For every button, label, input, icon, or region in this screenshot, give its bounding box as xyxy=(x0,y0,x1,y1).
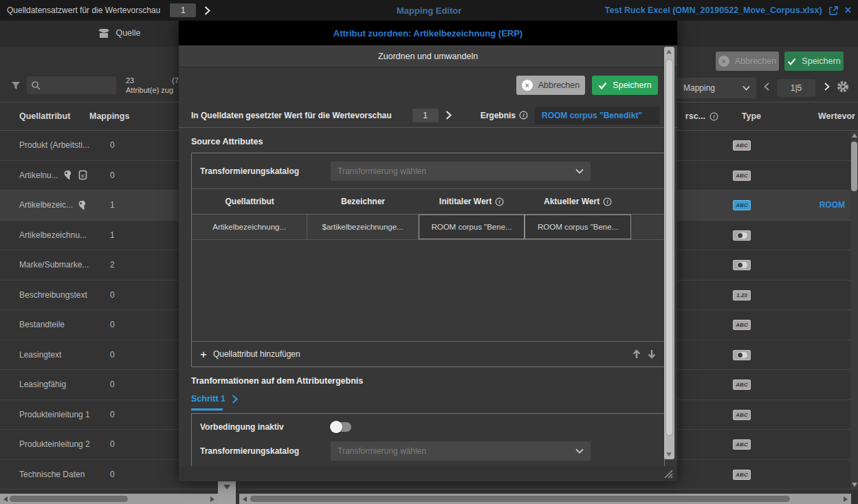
left-hscrollbar[interactable] xyxy=(0,494,218,504)
attr-label: Artikelnu... xyxy=(19,171,58,180)
attribute-count: 23 (7/2 Attribut(e) zug xyxy=(126,76,185,95)
save-button[interactable]: Speichern xyxy=(784,52,844,71)
col-bezeichner: Bezeichner xyxy=(341,197,385,206)
modal-cancel-button[interactable]: × Abbrechen xyxy=(516,76,585,95)
attr-label: Marke/Submarke... xyxy=(19,260,89,270)
count-subtext: Attribut(e) zug xyxy=(126,85,185,95)
preview-record-input[interactable]: 1 xyxy=(170,3,196,17)
scroll-thumb[interactable] xyxy=(250,496,790,502)
modal-preview-label: In Quelldaten gesetzter Wert für die Wer… xyxy=(191,111,392,120)
box-icon xyxy=(98,28,110,39)
resize-handle-icon[interactable] xyxy=(664,470,673,479)
app-root: Mapping Editor Quelldatensatzwert für di… xyxy=(0,0,858,504)
info-icon: i xyxy=(519,111,528,120)
attr-label: Produkteinleitung 1 xyxy=(19,410,90,419)
attr-label: Artikelbezeic... xyxy=(19,200,73,210)
precondition-toggle[interactable] xyxy=(331,422,351,432)
tab-quelle-label: Quelle xyxy=(116,28,140,38)
filter-icon[interactable] xyxy=(11,81,21,90)
gear-icon[interactable] xyxy=(836,80,850,94)
scroll-left-icon[interactable] xyxy=(243,496,247,502)
modal-save-button[interactable]: Speichern xyxy=(592,76,658,95)
add-source-attribute-button[interactable]: Quellattribut hinzufügen xyxy=(213,349,300,359)
info-icon: i xyxy=(710,112,718,121)
move-down-icon[interactable] xyxy=(648,349,656,359)
next-record-icon[interactable] xyxy=(446,111,452,120)
transformation-select[interactable]: Transformierung wählen xyxy=(331,162,591,181)
step-tab[interactable]: Schritt 1 xyxy=(191,394,665,404)
topbar: Mapping Editor Quelldatensatzwert für di… xyxy=(0,0,858,21)
svg-text:i: i xyxy=(713,113,715,120)
search-input[interactable] xyxy=(27,76,116,94)
scroll-right-icon[interactable] xyxy=(210,496,214,502)
scroll-down-icon[interactable] xyxy=(666,452,672,457)
mapping-count: 0 xyxy=(110,439,115,449)
precondition-label: Vorbedingung inaktiv xyxy=(200,422,331,432)
document-title[interactable]: Test Ruck Excel (OMN_20190522_Move_Corpu… xyxy=(605,6,822,15)
cancel-button[interactable]: × Abbrechen xyxy=(716,52,779,71)
key-icon xyxy=(78,200,88,210)
attr-table-header: Quellattribut Bezeichner Inititaler Wert… xyxy=(192,189,664,215)
cell-aktueller-wert: ROOM corpus "Bene... xyxy=(538,223,618,231)
cancel-label: Abbrechen xyxy=(735,56,776,66)
mapping-count: 1 xyxy=(110,200,115,210)
type-badge-text-icon: ABC xyxy=(733,470,751,480)
attr-label: Beschreibungstext xyxy=(19,290,87,300)
open-external-icon[interactable] xyxy=(828,6,839,16)
type-badge-bool-icon xyxy=(733,230,751,241)
modal-vscrollbar[interactable] xyxy=(664,47,674,459)
mapping-dropdown[interactable]: Mapping xyxy=(677,78,756,98)
right-vscrollbar[interactable] xyxy=(850,131,858,490)
scroll-up-icon[interactable] xyxy=(852,133,857,138)
attr-label: Artikelbezeichnu... xyxy=(19,230,87,240)
page-next-icon[interactable] xyxy=(824,83,830,91)
close-icon[interactable]: × xyxy=(845,5,851,16)
tab-quelle[interactable]: Quelle xyxy=(98,28,140,39)
result-label: Ergebnis xyxy=(481,111,516,120)
page-indicator[interactable]: 1|5 xyxy=(777,79,815,97)
mapping-count: 0 xyxy=(110,410,115,419)
source-attr-mapping-row[interactable]: Artikelbezeichnung... $artikelbezeichnun… xyxy=(192,215,664,240)
panel-collapse-handle[interactable] xyxy=(218,481,236,504)
source-attributes-box: Transformierungskatalog Transformierung … xyxy=(191,153,665,367)
mapping-count: 0 xyxy=(110,140,115,150)
attr-label: Leasingtext xyxy=(19,350,61,360)
count-total: 23 xyxy=(126,76,134,85)
mapping-count: 0 xyxy=(110,290,115,300)
search-icon xyxy=(31,80,41,90)
chevron-right-icon xyxy=(232,395,238,404)
type-badge-text-icon: ABC xyxy=(733,320,751,330)
scroll-thumb[interactable] xyxy=(851,142,857,191)
wertevorschau-value: ROOM xyxy=(820,200,845,210)
attr-label: Technische Daten xyxy=(19,470,85,479)
svg-text:i: i xyxy=(499,199,501,205)
scroll-right-icon[interactable] xyxy=(844,496,848,502)
next-record-icon[interactable] xyxy=(204,6,210,15)
modal-preview-input[interactable]: 1 xyxy=(412,109,439,122)
right-hscrollbar[interactable] xyxy=(239,494,851,504)
preview-record-label: Quelldatensatzwert für die Wertevorschau xyxy=(7,6,160,15)
catalog-label: Transformierungskatalog xyxy=(200,166,331,176)
cell-quellattribut: Artikelbezeichnung... xyxy=(212,223,286,231)
result-value: ROOM corpus "Benedikt" xyxy=(535,107,659,124)
svg-text:c: c xyxy=(81,173,85,179)
scroll-thumb[interactable] xyxy=(666,59,673,436)
page-prev-icon[interactable] xyxy=(764,83,769,91)
mapping-count: 0 xyxy=(110,470,115,479)
transformation-select-step[interactable]: Transformierung wählen xyxy=(331,441,591,461)
info-icon: i xyxy=(495,197,504,206)
attr-label: Produkteinleitung 2 xyxy=(19,439,90,449)
type-badge-text-icon: ABC xyxy=(733,171,751,181)
type-badge-number-icon: 1.23 xyxy=(733,290,751,300)
mapping-count: 0 xyxy=(110,320,115,329)
mapping-count: 0 xyxy=(110,171,115,180)
scroll-down-icon[interactable] xyxy=(852,483,857,487)
col-type: Type xyxy=(742,111,761,121)
mapping-count: 0 xyxy=(110,380,115,389)
scroll-thumb[interactable] xyxy=(10,496,128,502)
transformations-heading: Tranformationen auf dem Attributergebnis xyxy=(191,376,665,386)
chevron-down-icon xyxy=(575,448,584,454)
move-up-icon[interactable] xyxy=(632,349,641,359)
scroll-up-icon[interactable] xyxy=(666,50,672,54)
scroll-left-icon[interactable] xyxy=(3,496,8,502)
